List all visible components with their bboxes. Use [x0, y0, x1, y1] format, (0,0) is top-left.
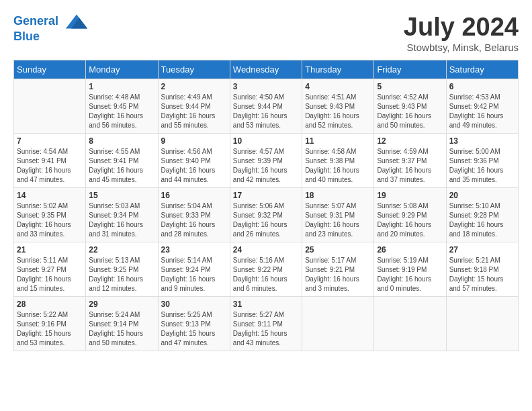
calendar-cell: 11Sunrise: 4:58 AM Sunset: 9:38 PM Dayli…	[302, 133, 374, 187]
calendar-cell: 10Sunrise: 4:57 AM Sunset: 9:39 PM Dayli…	[230, 133, 302, 187]
day-number: 17	[233, 191, 299, 200]
day-number: 9	[161, 136, 227, 146]
day-number: 2	[161, 82, 227, 91]
day-number: 8	[89, 136, 154, 146]
calendar-cell: 1Sunrise: 4:48 AM Sunset: 9:45 PM Daylig…	[86, 79, 158, 133]
day-sun-info: Sunrise: 5:14 AM Sunset: 9:24 PM Dayligh…	[161, 256, 227, 293]
calendar-week-row: 14Sunrise: 5:02 AM Sunset: 9:35 PM Dayli…	[14, 187, 519, 242]
day-sun-info: Sunrise: 4:56 AM Sunset: 9:40 PM Dayligh…	[161, 147, 227, 185]
day-of-week-header: Thursday	[302, 60, 374, 79]
calendar-cell	[302, 296, 374, 351]
calendar-week-row: 7Sunrise: 4:54 AM Sunset: 9:41 PM Daylig…	[14, 133, 519, 187]
day-number: 31	[233, 300, 299, 309]
calendar-cell: 17Sunrise: 5:06 AM Sunset: 9:32 PM Dayli…	[230, 187, 302, 242]
day-of-week-header: Sunday	[14, 60, 86, 79]
day-number: 10	[233, 136, 299, 146]
day-number: 28	[17, 300, 83, 309]
location-subtitle: Stowbtsy, Minsk, Belarus	[404, 42, 519, 53]
calendar-cell: 26Sunrise: 5:19 AM Sunset: 9:19 PM Dayli…	[374, 242, 446, 296]
day-sun-info: Sunrise: 5:19 AM Sunset: 9:19 PM Dayligh…	[377, 256, 443, 293]
day-sun-info: Sunrise: 4:49 AM Sunset: 9:44 PM Dayligh…	[161, 93, 227, 130]
calendar-cell: 23Sunrise: 5:14 AM Sunset: 9:24 PM Dayli…	[158, 242, 230, 296]
day-sun-info: Sunrise: 5:00 AM Sunset: 9:36 PM Dayligh…	[449, 147, 515, 185]
calendar-cell: 16Sunrise: 5:04 AM Sunset: 9:33 PM Dayli…	[158, 187, 230, 242]
calendar-cell: 30Sunrise: 5:25 AM Sunset: 9:13 PM Dayli…	[158, 296, 230, 351]
day-of-week-header: Tuesday	[158, 60, 230, 79]
calendar-cell: 29Sunrise: 5:24 AM Sunset: 9:14 PM Dayli…	[86, 296, 158, 351]
calendar-cell: 9Sunrise: 4:56 AM Sunset: 9:40 PM Daylig…	[158, 133, 230, 187]
calendar-cell: 6Sunrise: 4:53 AM Sunset: 9:42 PM Daylig…	[446, 79, 518, 133]
day-number: 26	[377, 245, 443, 255]
calendar-cell: 12Sunrise: 4:59 AM Sunset: 9:37 PM Dayli…	[374, 133, 446, 187]
calendar-cell: 3Sunrise: 4:50 AM Sunset: 9:44 PM Daylig…	[230, 79, 302, 133]
day-sun-info: Sunrise: 5:24 AM Sunset: 9:14 PM Dayligh…	[89, 310, 154, 348]
calendar-cell: 13Sunrise: 5:00 AM Sunset: 9:36 PM Dayli…	[446, 133, 518, 187]
day-of-week-header: Saturday	[446, 60, 518, 79]
day-number: 20	[449, 191, 515, 200]
day-number: 1	[89, 82, 154, 91]
day-of-week-header: Friday	[374, 60, 446, 79]
day-sun-info: Sunrise: 5:21 AM Sunset: 9:18 PM Dayligh…	[449, 256, 515, 293]
calendar-table: SundayMondayTuesdayWednesdayThursdayFrid…	[13, 60, 519, 351]
day-sun-info: Sunrise: 5:13 AM Sunset: 9:25 PM Dayligh…	[89, 256, 154, 293]
logo: General Blue	[13, 13, 89, 44]
day-of-week-header: Wednesday	[230, 60, 302, 79]
calendar-week-row: 1Sunrise: 4:48 AM Sunset: 9:45 PM Daylig…	[14, 79, 519, 133]
calendar-cell: 22Sunrise: 5:13 AM Sunset: 9:25 PM Dayli…	[86, 242, 158, 296]
day-sun-info: Sunrise: 4:50 AM Sunset: 9:44 PM Dayligh…	[233, 93, 299, 130]
calendar-header-row: SundayMondayTuesdayWednesdayThursdayFrid…	[14, 60, 519, 79]
calendar-cell: 2Sunrise: 4:49 AM Sunset: 9:44 PM Daylig…	[158, 79, 230, 133]
day-sun-info: Sunrise: 5:11 AM Sunset: 9:27 PM Dayligh…	[17, 256, 83, 293]
day-sun-info: Sunrise: 5:08 AM Sunset: 9:29 PM Dayligh…	[377, 201, 443, 239]
day-sun-info: Sunrise: 5:06 AM Sunset: 9:32 PM Dayligh…	[233, 201, 299, 239]
logo-text2: Blue	[13, 30, 89, 44]
day-number: 6	[449, 82, 515, 91]
day-number: 4	[305, 82, 371, 91]
day-sun-info: Sunrise: 5:04 AM Sunset: 9:33 PM Dayligh…	[161, 201, 227, 239]
calendar-cell: 25Sunrise: 5:17 AM Sunset: 9:21 PM Dayli…	[302, 242, 374, 296]
calendar-week-row: 28Sunrise: 5:22 AM Sunset: 9:16 PM Dayli…	[14, 296, 519, 351]
day-sun-info: Sunrise: 5:17 AM Sunset: 9:21 PM Dayligh…	[305, 256, 371, 293]
calendar-cell: 20Sunrise: 5:10 AM Sunset: 9:28 PM Dayli…	[446, 187, 518, 242]
day-number: 27	[449, 245, 515, 255]
day-number: 24	[233, 245, 299, 255]
day-number: 11	[305, 136, 371, 146]
day-number: 30	[161, 300, 227, 309]
day-sun-info: Sunrise: 5:10 AM Sunset: 9:28 PM Dayligh…	[449, 201, 515, 239]
calendar-cell: 8Sunrise: 4:55 AM Sunset: 9:41 PM Daylig…	[86, 133, 158, 187]
calendar-week-row: 21Sunrise: 5:11 AM Sunset: 9:27 PM Dayli…	[14, 242, 519, 296]
day-sun-info: Sunrise: 4:54 AM Sunset: 9:41 PM Dayligh…	[17, 147, 83, 185]
day-sun-info: Sunrise: 4:55 AM Sunset: 9:41 PM Dayligh…	[89, 147, 154, 185]
day-sun-info: Sunrise: 4:51 AM Sunset: 9:43 PM Dayligh…	[305, 93, 371, 130]
day-number: 7	[17, 136, 83, 146]
day-number: 12	[377, 136, 443, 146]
day-sun-info: Sunrise: 5:27 AM Sunset: 9:11 PM Dayligh…	[233, 310, 299, 348]
day-number: 15	[89, 191, 154, 200]
day-number: 16	[161, 191, 227, 200]
day-sun-info: Sunrise: 4:48 AM Sunset: 9:45 PM Dayligh…	[89, 93, 154, 130]
title-block: July 2024 Stowbtsy, Minsk, Belarus	[404, 13, 519, 53]
calendar-cell: 28Sunrise: 5:22 AM Sunset: 9:16 PM Dayli…	[14, 296, 86, 351]
day-sun-info: Sunrise: 4:53 AM Sunset: 9:42 PM Dayligh…	[449, 93, 515, 130]
day-sun-info: Sunrise: 4:59 AM Sunset: 9:37 PM Dayligh…	[377, 147, 443, 185]
calendar-cell	[14, 79, 86, 133]
calendar-cell: 5Sunrise: 4:52 AM Sunset: 9:43 PM Daylig…	[374, 79, 446, 133]
day-number: 22	[89, 245, 154, 255]
calendar-cell: 15Sunrise: 5:03 AM Sunset: 9:34 PM Dayli…	[86, 187, 158, 242]
day-number: 21	[17, 245, 83, 255]
calendar-cell: 4Sunrise: 4:51 AM Sunset: 9:43 PM Daylig…	[302, 79, 374, 133]
calendar-cell: 21Sunrise: 5:11 AM Sunset: 9:27 PM Dayli…	[14, 242, 86, 296]
calendar-cell: 31Sunrise: 5:27 AM Sunset: 9:11 PM Dayli…	[230, 296, 302, 351]
day-number: 13	[449, 136, 515, 146]
calendar-cell	[374, 296, 446, 351]
day-number: 19	[377, 191, 443, 200]
page-header: General Blue July 2024 Stowbtsy, Minsk, …	[13, 13, 519, 53]
day-number: 18	[305, 191, 371, 200]
calendar-cell: 7Sunrise: 4:54 AM Sunset: 9:41 PM Daylig…	[14, 133, 86, 187]
calendar-cell: 27Sunrise: 5:21 AM Sunset: 9:18 PM Dayli…	[446, 242, 518, 296]
day-number: 23	[161, 245, 227, 255]
day-number: 5	[377, 82, 443, 91]
day-number: 14	[17, 191, 83, 200]
day-of-week-header: Monday	[86, 60, 158, 79]
month-year-title: July 2024	[404, 13, 519, 42]
